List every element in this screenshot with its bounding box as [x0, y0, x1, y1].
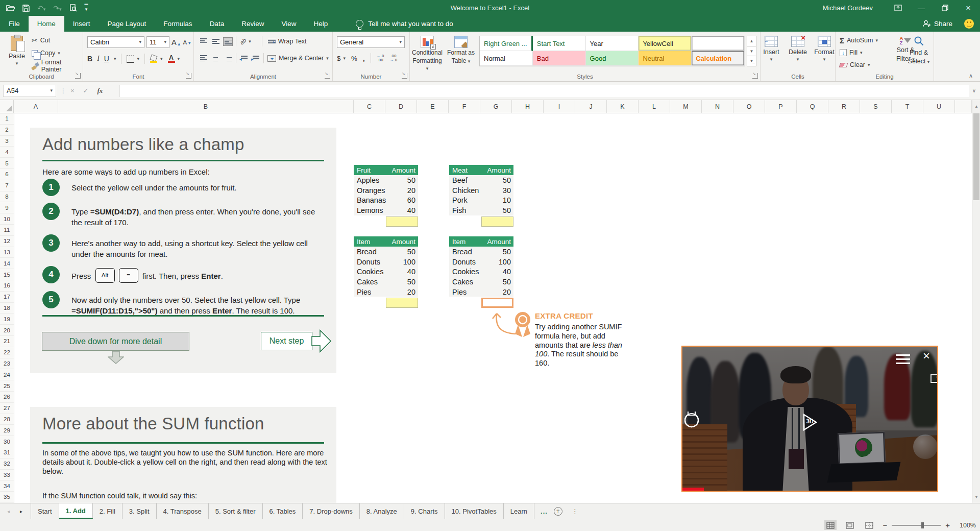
row-header-5[interactable]: 5 [0, 158, 14, 169]
sheet-tab-7-drop-downs[interactable]: 7. Drop-downs [303, 503, 360, 519]
zoom-out-icon[interactable]: − [883, 521, 887, 529]
ribbon-tab-insert[interactable]: Insert [64, 16, 99, 32]
comma-format-button[interactable]: , [363, 55, 365, 62]
collapse-ribbon-icon[interactable]: ∧ [969, 73, 973, 79]
row-header-23[interactable]: 23 [0, 358, 14, 370]
video-frame[interactable]: × 10 30 [681, 346, 938, 492]
normal-view-icon[interactable] [824, 520, 837, 530]
ribbon-tab-page-layout[interactable]: Page Layout [99, 16, 155, 32]
ribbon-display-options-icon[interactable] [886, 0, 910, 16]
format-painter-button[interactable]: Format Painter [32, 61, 83, 70]
redo-icon[interactable]: ↷▾ [53, 4, 61, 12]
share-button[interactable]: Share [922, 16, 952, 32]
row-header-31[interactable]: 31 [0, 447, 14, 458]
underline-caret[interactable]: ▾ [114, 57, 116, 61]
column-header-stub[interactable] [955, 100, 972, 113]
column-header-e[interactable]: E [417, 100, 449, 113]
row-header-32[interactable]: 32 [0, 458, 14, 470]
tabbar-splitter[interactable]: ⋮ [569, 508, 581, 515]
ribbon-tab-data[interactable]: Data [201, 16, 233, 32]
alignment-dialog-launcher[interactable] [325, 73, 330, 79]
row-header-11[interactable]: 11 [0, 225, 14, 236]
gallery-more-icon[interactable]: ▼̲ [747, 56, 756, 66]
column-header-h[interactable]: H [512, 100, 544, 113]
sheet-tab-1-add[interactable]: 1. Add [59, 503, 93, 519]
sheet-tab-learn[interactable]: Learn [504, 503, 534, 519]
formula-input[interactable] [119, 85, 969, 97]
column-header-r[interactable]: R [828, 100, 860, 113]
font-name-select[interactable]: Calibri▾ [87, 36, 144, 48]
user-name[interactable]: Michael Gordeev [823, 4, 873, 12]
customize-qat-icon[interactable]: ▔▾ [85, 6, 88, 11]
table-row[interactable]: Donuts100 [449, 257, 513, 267]
table-row[interactable]: Pies20 [354, 287, 418, 297]
sheet-tab-4-transpose[interactable]: 4. Transpose [157, 503, 209, 519]
top-align-icon[interactable] [199, 38, 208, 45]
table-row[interactable]: Cakes50 [354, 277, 418, 287]
fill-color-button[interactable]: ▾ [150, 55, 163, 63]
style-bad[interactable]: Bad [533, 51, 586, 66]
page-break-view-icon[interactable] [863, 520, 875, 530]
open-icon[interactable] [6, 5, 15, 11]
column-header-m[interactable]: M [670, 100, 702, 113]
ribbon-tab-help[interactable]: Help [305, 16, 336, 32]
enter-formula-icon[interactable]: ✓ [83, 87, 89, 94]
zoom-in-icon[interactable]: + [945, 521, 950, 529]
currency-format-button[interactable]: $▾ [337, 55, 346, 62]
minimize-button[interactable]: — [910, 0, 933, 16]
scroll-down-icon[interactable]: ▼ [972, 491, 980, 503]
restore-button[interactable] [933, 0, 957, 16]
decrease-decimal-icon[interactable]: .00→.0 [390, 54, 398, 62]
video-menu-icon[interactable] [896, 354, 910, 364]
row-header-29[interactable]: 29 [0, 425, 14, 436]
new-sheet-button[interactable]: + [554, 507, 562, 516]
orange-answer-cell[interactable] [481, 298, 513, 308]
column-header-o[interactable]: O [733, 100, 765, 113]
row-header-18[interactable]: 18 [0, 303, 14, 314]
table-row[interactable]: Lemons40 [354, 205, 418, 215]
row-header-6[interactable]: 6 [0, 169, 14, 180]
cut-button[interactable]: ✂Cut [32, 36, 83, 45]
gallery-scroll-down-icon[interactable]: ▼ [747, 46, 756, 57]
style-calculation[interactable]: Calculation [692, 51, 745, 66]
column-header-a[interactable]: A [14, 100, 58, 113]
row-header-20[interactable]: 20 [0, 325, 14, 336]
row-header-25[interactable]: 25 [0, 380, 14, 392]
ribbon-tab-view[interactable]: View [273, 16, 305, 32]
table-row[interactable]: Beef50 [449, 175, 513, 185]
bottom-align-icon[interactable] [224, 38, 232, 45]
ribbon-tab-formulas[interactable]: Formulas [155, 16, 201, 32]
underline-button[interactable]: U [104, 55, 109, 63]
row-header-28[interactable]: 28 [0, 414, 14, 425]
style-blank[interactable] [692, 36, 745, 51]
column-header-s[interactable]: S [860, 100, 892, 113]
column-header-q[interactable]: Q [797, 100, 828, 113]
row-header-19[interactable]: 19 [0, 313, 14, 325]
expand-formula-bar-icon[interactable]: ∨ [972, 88, 976, 93]
row-header-26[interactable]: 26 [0, 392, 14, 403]
table-row[interactable]: Bread50 [354, 247, 418, 257]
font-color-button[interactable]: A▾ [168, 55, 180, 63]
sheet-tab-8-analyze[interactable]: 8. Analyze [360, 503, 404, 519]
table-row[interactable]: Apples50 [354, 175, 418, 185]
row-header-10[interactable]: 10 [0, 213, 14, 225]
style-year[interactable]: Year [586, 36, 639, 51]
align-center-icon[interactable] [211, 55, 220, 62]
column-header-c[interactable]: C [354, 100, 385, 113]
sheet-tab-9-charts[interactable]: 9. Charts [404, 503, 445, 519]
row-header-27[interactable]: 27 [0, 403, 14, 414]
column-header-d[interactable]: D [385, 100, 417, 113]
find-select-button[interactable]: Find & Select ▾ [906, 36, 932, 65]
column-header-f[interactable]: F [449, 100, 480, 113]
column-header-t[interactable]: T [892, 100, 923, 113]
bold-button[interactable]: B [87, 55, 92, 63]
column-header-i[interactable]: I [544, 100, 575, 113]
scroll-up-icon[interactable]: ▲ [972, 100, 980, 112]
number-format-select[interactable]: General▾ [337, 36, 405, 48]
italic-button[interactable]: I [97, 55, 100, 63]
vertical-scrollbar[interactable]: ▲ ▼ [972, 100, 980, 503]
video-progress-bar[interactable] [682, 488, 704, 491]
gallery-scroll-up-icon[interactable]: ▲ [747, 36, 756, 46]
sheet-tab-10-pivottables[interactable]: 10. PivotTables [445, 503, 504, 519]
ribbon-tab-review[interactable]: Review [233, 16, 273, 32]
